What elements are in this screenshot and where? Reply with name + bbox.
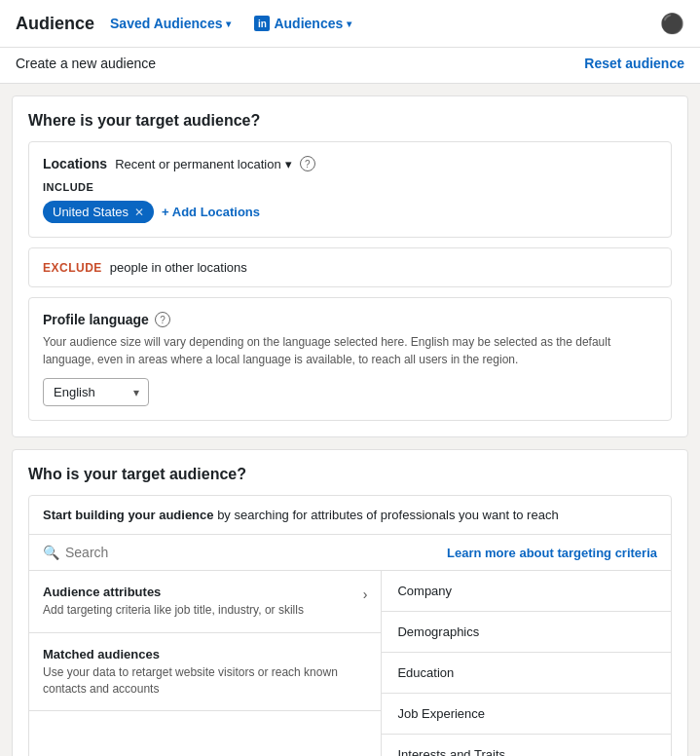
location-help-icon[interactable]: ? — [300, 156, 315, 171]
right-item-demographics[interactable]: Demographics — [382, 612, 671, 653]
audience-intro: Start building your audience by searchin… — [29, 496, 671, 535]
profile-lang-title: Profile language — [43, 312, 149, 327]
header-right: ⚫ — [660, 12, 684, 35]
right-item-demographics-label: Demographics — [397, 624, 479, 639]
right-item-interests-traits[interactable]: Interests and Traits — [382, 735, 671, 756]
location-tag-close-icon[interactable]: ✕ — [134, 206, 144, 219]
search-row: 🔍 Learn more about targeting criteria — [29, 535, 671, 571]
location-type-label: Recent or permanent location — [115, 157, 281, 171]
saved-audiences-chevron-icon: ▾ — [226, 19, 231, 29]
location-tag: United States ✕ — [43, 201, 154, 223]
right-item-education-label: Education — [397, 665, 454, 680]
audiences-chevron-icon: ▾ — [347, 19, 351, 29]
exclude-text: people in other locations — [110, 260, 247, 275]
create-new-label: Create a new audience — [16, 56, 156, 71]
exclude-label: EXCLUDE — [43, 261, 102, 275]
right-item-interests-traits-label: Interests and Traits — [397, 747, 505, 756]
lightbulb-icon[interactable]: ⚫ — [660, 13, 684, 34]
locations-header: Locations Recent or permanent location ▾… — [43, 156, 657, 171]
audience-attributes-arrow-icon: › — [363, 586, 368, 602]
location-tag-text: United States — [53, 205, 129, 219]
profile-lang-header: Profile language ? — [43, 312, 657, 327]
right-item-job-experience[interactable]: Job Experience — [382, 694, 671, 735]
search-icon: 🔍 — [43, 545, 59, 560]
audiences-button[interactable]: in Audiences ▾ — [246, 12, 359, 35]
who-title: Who is your target audience? — [28, 466, 672, 483]
saved-audiences-label: Saved Audiences — [110, 16, 222, 31]
audience-intro-bold: Start building your audience — [43, 508, 214, 522]
audience-title: Audience — [16, 14, 94, 34]
location-type-button[interactable]: Recent or permanent location ▾ — [115, 157, 292, 171]
reset-audience-button[interactable]: Reset audience — [584, 56, 684, 71]
audiences-label: Audiences — [274, 16, 343, 31]
include-label: INCLUDE — [43, 181, 657, 193]
profile-language-card: Profile language ? Your audience size wi… — [28, 297, 672, 421]
linkedin-icon: in — [254, 16, 270, 31]
tags-row: United States ✕ + Add Locations — [43, 201, 657, 223]
header-left: Audience Saved Audiences ▾ in Audiences … — [16, 12, 359, 35]
saved-audiences-button[interactable]: Saved Audiences ▾ — [102, 12, 239, 35]
locations-card: Locations Recent or permanent location ▾… — [28, 141, 672, 238]
matched-audiences-desc: Use your data to retarget website visito… — [43, 664, 367, 698]
right-item-company[interactable]: Company — [382, 571, 671, 612]
matched-audiences-item[interactable]: Matched audiences Use your data to retar… — [29, 633, 381, 712]
audience-attributes-title: Audience attributes — [43, 585, 304, 599]
who-section: Who is your target audience? Start build… — [12, 449, 688, 756]
language-select-wrap: English French German Spanish Portuguese… — [43, 378, 149, 406]
audience-body: Audience attributes Add targeting criter… — [29, 571, 671, 756]
matched-audiences-title: Matched audiences — [43, 647, 367, 662]
exclude-card: EXCLUDE people in other locations — [28, 247, 672, 287]
left-panel: Audience attributes Add targeting criter… — [29, 571, 382, 756]
audience-attributes-desc: Add targeting criteria like job title, i… — [43, 602, 304, 619]
matched-audiences-content: Matched audiences Use your data to retar… — [43, 647, 367, 698]
header: Audience Saved Audiences ▾ in Audiences … — [0, 0, 700, 48]
profile-lang-help-icon[interactable]: ? — [155, 312, 170, 327]
locations-label: Locations — [43, 156, 107, 171]
audience-attributes-content: Audience attributes Add targeting criter… — [43, 585, 304, 619]
profile-lang-description: Your audience size will vary depending o… — [43, 333, 657, 368]
language-select[interactable]: English French German Spanish Portuguese… — [43, 378, 149, 406]
where-title: Where is your target audience? — [28, 112, 672, 130]
search-input-wrap: 🔍 — [43, 545, 447, 560]
subheader: Create a new audience Reset audience — [0, 48, 700, 84]
where-section: Where is your target audience? Locations… — [12, 95, 688, 437]
right-item-education[interactable]: Education — [382, 653, 671, 694]
add-locations-button[interactable]: + Add Locations — [162, 205, 260, 219]
location-type-chevron-icon: ▾ — [285, 157, 292, 171]
right-item-company-label: Company — [397, 584, 452, 598]
audience-intro-text: by searching for attributes of professio… — [214, 508, 559, 522]
right-panel: Company Demographics Education Job Exper… — [382, 571, 671, 756]
audience-attributes-item[interactable]: Audience attributes Add targeting criter… — [29, 571, 381, 633]
right-item-job-experience-label: Job Experience — [397, 706, 485, 721]
search-input[interactable] — [65, 545, 260, 560]
audience-builder-card: Start building your audience by searchin… — [28, 495, 672, 756]
learn-more-button[interactable]: Learn more about targeting criteria — [447, 546, 657, 560]
